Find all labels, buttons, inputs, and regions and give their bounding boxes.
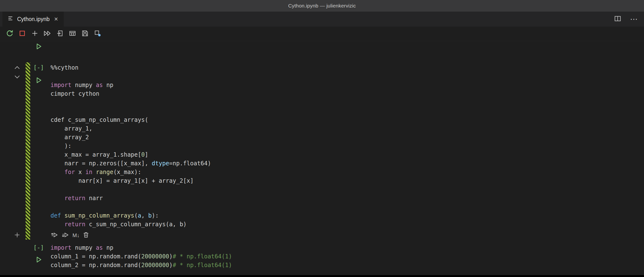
code-line[interactable]: array_1,	[50, 124, 211, 133]
restart-kernel-button[interactable]	[4, 28, 16, 40]
window-title: Cython.ipynb — julienkervizic	[288, 3, 356, 9]
code-line[interactable]	[50, 98, 211, 107]
code-line[interactable]: narr = np.zeros([x_max], dtype=np.float6…	[50, 159, 211, 168]
code-line[interactable]: x_max = array_1.shape[0]	[50, 150, 211, 159]
code-line[interactable]: def sum_np_column_arrays(a, b):	[50, 211, 211, 220]
window-titlebar: Cython.ipynb — julienkervizic	[0, 0, 644, 12]
code-line[interactable]: array_2	[50, 133, 211, 142]
kernel-status-button[interactable]	[91, 28, 104, 40]
code-line[interactable]: cdef c_sum_np_column_arrays(	[50, 116, 211, 124]
run-below-icon	[62, 231, 69, 239]
code-line[interactable]: return narr	[50, 194, 211, 202]
code-line[interactable]	[50, 72, 211, 81]
export-notebook-button[interactable]	[54, 28, 66, 40]
tab-actions: ⋯	[614, 12, 638, 27]
delete-cell-button[interactable]	[82, 231, 90, 239]
play-icon	[35, 81, 42, 85]
code-line[interactable]	[50, 185, 211, 194]
code-line[interactable]	[50, 107, 211, 116]
code-line[interactable]: narr[x] = array_1[x] + array_2[x]	[50, 176, 211, 185]
code-line[interactable]: column_2 = np.random.rand(20000000)# * n…	[50, 261, 232, 269]
kernel-icon	[94, 30, 101, 38]
cell-code[interactable]: import numpy as npcolumn_1 = np.random.r…	[50, 243, 232, 269]
play-icon	[35, 260, 42, 264]
add-cell-here-button[interactable]	[14, 231, 20, 239]
run-all-cells-button[interactable]	[41, 28, 54, 40]
code-line[interactable]	[50, 202, 211, 211]
code-line[interactable]: import numpy as np	[50, 243, 232, 252]
table-icon	[69, 30, 76, 38]
trash-icon	[82, 231, 90, 239]
interrupt-kernel-button[interactable]	[16, 28, 28, 40]
tab-label: Cython.ipynb	[17, 16, 50, 23]
plus-icon	[31, 30, 38, 38]
code-line[interactable]: %%cython	[50, 63, 211, 72]
plus-icon	[14, 235, 20, 239]
stop-icon	[18, 30, 26, 38]
run-above-icon	[51, 231, 58, 239]
run-cell-and-below-button[interactable]	[62, 231, 69, 239]
restart-icon	[6, 30, 14, 38]
code-line[interactable]: cimport cython	[50, 89, 211, 98]
code-line[interactable]: column_1 = np.random.rand(20000000)# * n…	[50, 252, 232, 261]
convert-to-markdown-button[interactable]: M↓	[72, 232, 80, 238]
run-cells-above-button[interactable]	[51, 231, 58, 239]
markdown-icon: M↓	[72, 232, 80, 238]
notebook-toolbar	[0, 27, 644, 41]
run-all-icon	[43, 30, 52, 38]
more-actions-icon[interactable]: ⋯	[630, 15, 638, 23]
notebook-icon	[7, 15, 14, 23]
cell-collapse-marker[interactable]: [-]	[32, 244, 46, 251]
cell-active-gutter	[26, 62, 30, 239]
collapse-cell-up-icon[interactable]	[14, 66, 20, 70]
editor-tabbar: Cython.ipynb × ⋯	[0, 12, 644, 27]
export-icon	[56, 30, 64, 38]
save-icon	[82, 30, 89, 38]
code-line[interactable]: for x in range(x_max):	[50, 168, 211, 176]
run-cell-button[interactable]	[35, 77, 42, 84]
variable-explorer-button[interactable]	[66, 28, 79, 40]
run-cell-button[interactable]	[35, 43, 42, 50]
vscode-window: Cython.ipynb — julienkervizic Cython.ipy…	[0, 0, 644, 277]
notebook-editor: [-] %%cython import numpy as npcimport c…	[0, 41, 644, 277]
play-icon	[35, 47, 42, 51]
close-tab-icon[interactable]: ×	[54, 16, 58, 23]
save-button[interactable]	[79, 28, 91, 40]
split-editor-icon[interactable]	[614, 15, 621, 23]
cell-collapse-marker[interactable]: [-]	[32, 64, 46, 71]
window-bottom-edge	[0, 275, 644, 277]
cell-code[interactable]: %%cython import numpy as npcimport cytho…	[50, 63, 211, 229]
code-line[interactable]: import numpy as np	[50, 81, 211, 89]
code-line[interactable]: ):	[50, 142, 211, 150]
tab-cython-ipynb[interactable]: Cython.ipynb ×	[2, 12, 64, 27]
code-line[interactable]: return c_sum_np_column_arrays(a, b)	[50, 220, 211, 229]
run-cell-button[interactable]	[35, 256, 42, 263]
add-cell-button[interactable]	[28, 28, 41, 40]
collapse-cell-down-icon[interactable]	[14, 75, 20, 80]
cell-hover-toolbar: M↓	[51, 231, 90, 240]
